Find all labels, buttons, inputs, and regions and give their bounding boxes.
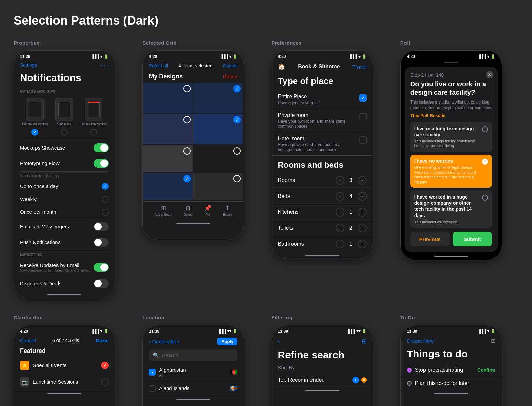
- create-new-button[interactable]: Create New: [407, 338, 434, 344]
- loc-item-0[interactable]: Afghanistan AF 🇦🇫: [143, 364, 244, 381]
- cell-check-4[interactable]: [183, 147, 191, 155]
- radio-weekly-circle[interactable]: [102, 196, 109, 203]
- poll-radio-0[interactable]: [482, 126, 488, 132]
- todo-item-0[interactable]: Stop procrastinating Confirm: [401, 364, 502, 377]
- poll-option-0[interactable]: I live in a long-term design care facili…: [410, 122, 492, 152]
- todo-item-1[interactable]: Plan this to-do for later: [401, 377, 502, 390]
- poll-radio-2[interactable]: [482, 195, 488, 201]
- home-bar-pref: [305, 255, 339, 256]
- back-button[interactable]: Settings: [20, 62, 37, 68]
- toolbar-export[interactable]: ⬆ Export: [223, 204, 232, 216]
- toggle-mockups[interactable]: Mockups Showcase: [14, 140, 115, 156]
- mockup-radio-2[interactable]: [90, 129, 97, 136]
- previous-button[interactable]: Previous: [410, 232, 450, 246]
- radio-monthly[interactable]: Once per month: [14, 206, 115, 219]
- toggle-mockups-switch[interactable]: [94, 143, 109, 152]
- toolbar-add[interactable]: ⊞ Add to Board: [155, 204, 172, 216]
- poll-radio-1[interactable]: [482, 159, 488, 165]
- poll-desc: This includes a studio, workshop, cowork…: [410, 99, 492, 111]
- toggle-push-switch[interactable]: [94, 238, 109, 247]
- beds-minus[interactable]: −: [336, 192, 344, 201]
- rooms-plus[interactable]: +: [358, 176, 367, 185]
- filter-option-0[interactable]: Top Recommended ★: [272, 373, 373, 387]
- poll-close-button[interactable]: ✕: [486, 71, 493, 78]
- status-time: 11:39: [20, 54, 30, 59]
- toggle-email-switch[interactable]: [94, 222, 109, 231]
- pref-check-2[interactable]: [359, 136, 367, 144]
- toilets-minus[interactable]: −: [336, 224, 344, 232]
- radio-daily-circle[interactable]: [102, 183, 109, 190]
- todo-confirm-button[interactable]: Confirm: [477, 367, 495, 373]
- cell-4[interactable]: [143, 145, 193, 172]
- cell-check-7[interactable]: [233, 175, 241, 182]
- options-button[interactable]: ···: [101, 61, 109, 69]
- cell-7[interactable]: [193, 173, 243, 200]
- beds-plus[interactable]: +: [358, 192, 367, 201]
- kitchens-plus[interactable]: +: [358, 208, 367, 217]
- loc-checkbox-0[interactable]: [149, 369, 156, 376]
- radio-monthly-circle[interactable]: [102, 209, 109, 216]
- cell-6[interactable]: [143, 173, 193, 200]
- rooms-minus[interactable]: −: [336, 176, 344, 185]
- cell-1[interactable]: [193, 83, 243, 113]
- mockup-radio-0[interactable]: [31, 129, 38, 136]
- toggle-discounts[interactable]: Discounts & Deals: [14, 276, 115, 291]
- toggle-proto-switch[interactable]: [94, 159, 109, 168]
- bathrooms-minus[interactable]: −: [336, 240, 344, 248]
- cell-check-1[interactable]: [233, 85, 241, 92]
- radio-daily[interactable]: Up to once a day: [14, 180, 115, 193]
- bathrooms-plus[interactable]: +: [358, 240, 367, 248]
- filter-back-button[interactable]: ‹: [278, 338, 280, 345]
- notif-title: Notifications: [14, 72, 115, 87]
- toggle-updates[interactable]: Receive Updates by Email New components,…: [14, 259, 115, 276]
- loc-apply-button[interactable]: Apply: [217, 338, 237, 345]
- pref-option-2[interactable]: Hotel room Have a private or shared room…: [272, 132, 373, 156]
- cell-check-5[interactable]: [233, 147, 241, 155]
- cell-check-6[interactable]: [183, 175, 191, 182]
- clarif-done-button[interactable]: Done: [96, 338, 109, 343]
- cell-check-2[interactable]: [183, 116, 191, 123]
- clarif-item-1[interactable]: 📷 Lunchtime Sessions: [14, 374, 115, 390]
- poll-option-1[interactable]: I have no worries One morning, when Greg…: [410, 155, 492, 188]
- toilets-plus[interactable]: +: [358, 224, 367, 232]
- cell-2[interactable]: [143, 114, 193, 144]
- pref-check-1[interactable]: [359, 113, 367, 120]
- grid-delete-button[interactable]: Delete: [223, 74, 237, 80]
- cell-0[interactable]: [143, 83, 193, 113]
- clarif-cancel-button[interactable]: Cancel: [20, 338, 36, 343]
- toggle-push[interactable]: Push Notifications: [14, 234, 115, 250]
- mockup-radio-1[interactable]: [61, 129, 68, 136]
- radio-weekly[interactable]: Weekly: [14, 193, 115, 206]
- todo-nav-icon[interactable]: ⊞: [491, 338, 495, 344]
- select-all-button[interactable]: Select all: [149, 63, 168, 68]
- filter-radio-0[interactable]: [352, 377, 359, 383]
- pref-option-0[interactable]: Entire Place Have a jerk for yourself: [272, 90, 373, 109]
- filter-icon[interactable]: ⊞: [362, 338, 367, 345]
- clarif-check-1[interactable]: [101, 378, 109, 386]
- grid-cancel-button[interactable]: Cancel: [223, 63, 238, 68]
- cell-check-0[interactable]: [183, 85, 191, 92]
- toolbar-pin[interactable]: 📌 Pin: [204, 204, 211, 216]
- poll-option-2[interactable]: I have worked in a huge design company o…: [410, 190, 492, 228]
- loc-search[interactable]: 🔍 Search: [149, 349, 237, 361]
- cell-check-3[interactable]: [233, 116, 241, 123]
- clarif-check-0[interactable]: [101, 362, 109, 369]
- submit-button[interactable]: Submit: [453, 232, 492, 246]
- toolbar-delete[interactable]: 🗑 Delete: [184, 205, 193, 216]
- status-bar-loc: 11:39 ▐▐▐▾▾🔋: [143, 325, 244, 335]
- kitchens-minus[interactable]: −: [336, 208, 344, 217]
- poll-results-link[interactable]: This Poll Results: [410, 113, 492, 118]
- cell-5[interactable]: [193, 145, 243, 172]
- pref-check-0[interactable]: [359, 94, 367, 102]
- toggle-discounts-switch[interactable]: [94, 279, 109, 288]
- toggle-email[interactable]: Emails & Messengers: [14, 219, 115, 234]
- cell-3[interactable]: [193, 114, 243, 144]
- pref-nav-action[interactable]: Travel: [352, 64, 366, 70]
- loc-back-button[interactable]: ‹ Geolocation: [149, 339, 179, 344]
- loc-checkbox-1[interactable]: [149, 385, 156, 392]
- clarif-item-0[interactable]: ⭐ Special Events: [14, 357, 115, 374]
- loc-item-1[interactable]: Aland Islands 🇦🇽: [143, 381, 244, 396]
- toggle-updates-switch[interactable]: [94, 263, 109, 272]
- pref-option-1[interactable]: Private room Have your own room and shar…: [272, 109, 373, 132]
- toggle-proto[interactable]: Prototypung Flow: [14, 156, 115, 171]
